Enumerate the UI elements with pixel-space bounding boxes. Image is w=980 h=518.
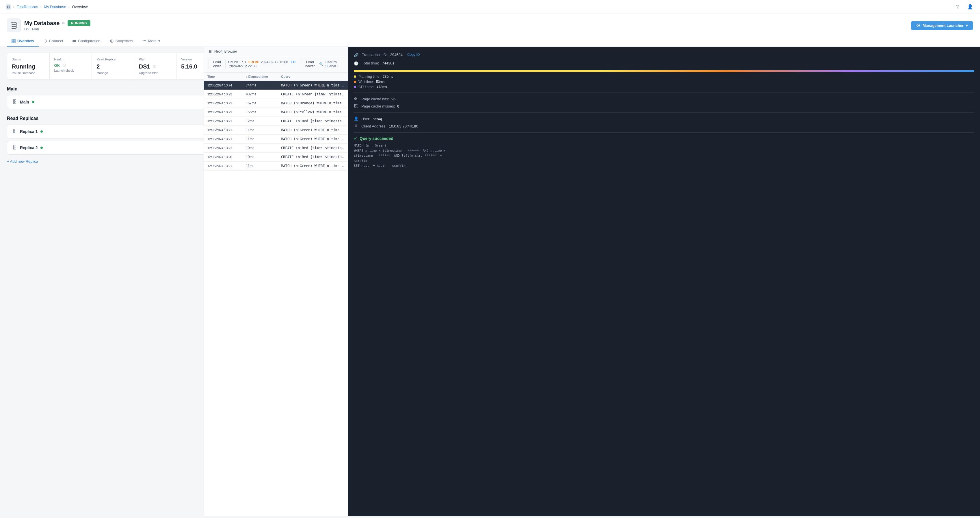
filter-query-btn[interactable]: 🔍 Filter by QueryID [319, 60, 343, 68]
health-info-icon[interactable]: ⓘ [63, 63, 66, 68]
replica1-name: Replica 1 [20, 129, 38, 134]
svg-point-7 [918, 25, 919, 26]
planning-time-item: Planning time: 230ms [354, 75, 974, 79]
breadcrumb-link2[interactable]: My Database [44, 5, 66, 9]
user-row: 👤 User: neo4j [354, 116, 974, 122]
db-icon [7, 19, 21, 32]
main-db-icon: 🗄 [13, 99, 17, 105]
edit-icon[interactable]: ✏ [62, 21, 65, 26]
home-icon[interactable] [6, 4, 11, 10]
chunk-from-date: 2024-02-12 16:00 [261, 60, 288, 64]
cell-query-6: MATCH (n:Green) WHERE n.time < $timestam… [278, 135, 348, 143]
col-query: Query [278, 73, 348, 81]
user-detail-icon: 👤 [354, 116, 359, 122]
cell-query-1: CREATE (n:Green {time: $timestamp, str: … [278, 90, 348, 99]
neo4j-browser-bar: 🖥 Neo4j Browser [204, 47, 348, 56]
manage-link[interactable]: Manage [97, 71, 129, 75]
svg-rect-2 [9, 6, 10, 6]
wait-dot [354, 81, 356, 83]
status-row: ✔ Query succeeded [354, 136, 974, 141]
svg-rect-12 [73, 40, 76, 41]
stat-status: Status Running Pause Database [7, 53, 49, 79]
query-table: Time ↓ Elapsed time Query 12/03/2024 13:… [204, 73, 348, 171]
replica2-icon: 🗄 [13, 145, 17, 150]
cache-hits-row: ⚙ Page cache hits: 96 [354, 96, 974, 102]
transaction-id-value: 294534 [390, 53, 402, 57]
col-elapsed: ↓ Elapsed time [242, 73, 278, 81]
query-overlay: 🖥 Neo4j Browser Load older Chunk 1 / 8 F… [204, 47, 980, 516]
cell-time-0: 12/03/2024 13:24 [204, 81, 242, 90]
stat-replica: Read Replica 2 Manage [92, 53, 134, 79]
time-breakdown: Planning time: 230ms Wait time: 50ms CPU… [354, 75, 974, 89]
replica1-status-dot [40, 131, 43, 133]
help-icon[interactable]: ? [953, 3, 961, 11]
client-icon: 🖥 [354, 124, 359, 129]
chunk-to-date: 2024-02-12 22:00 [229, 64, 256, 68]
breadcrumb: › TestReplicas › My Database › Overview [6, 4, 88, 10]
plan-value: DS1 [139, 63, 150, 70]
wait-time-item: Wait time: 50ms [354, 80, 974, 84]
health-value: OK [54, 63, 60, 68]
transaction-id-label: Transaction ID: [362, 53, 387, 57]
replica-value: 2 [97, 63, 129, 70]
cell-elapsed-3: 155ms [242, 108, 278, 117]
query-row-2[interactable]: 12/03/2024 13:22 167ms MATCH (n:Orange) … [204, 99, 348, 108]
load-older-button[interactable]: Load older [208, 59, 226, 69]
tab-connect[interactable]: Connect [39, 36, 68, 46]
cell-query-5: MATCH (n:Green) WHERE n.time < $timestam… [278, 126, 348, 135]
tab-snapshots[interactable]: Snapshots [105, 36, 138, 46]
query-row-6[interactable]: 12/03/2024 13:21 11ms MATCH (n:Green) WH… [204, 135, 348, 143]
query-row-7[interactable]: 12/03/2024 13:21 10ms CREATE (n:Red {tim… [204, 143, 348, 153]
management-launcher-button[interactable]: Management Launcher ▾ [911, 21, 973, 30]
launch-check-link[interactable]: Launch check [54, 69, 87, 72]
query-row-9[interactable]: 12/03/2024 13:21 11ms MATCH (n:Green) WH… [204, 162, 348, 171]
main-status-dot [32, 101, 34, 103]
cpu-time-item: CPU time: 478ms [354, 85, 974, 89]
pause-db-link[interactable]: Pause Database [12, 71, 45, 75]
plan-info-icon[interactable]: ⓘ [153, 64, 156, 69]
tab-overview[interactable]: Overview [7, 36, 39, 46]
svg-point-15 [111, 40, 112, 41]
stat-plan: Plan DS1 ⓘ Upgrade Plan [134, 53, 177, 79]
svg-rect-0 [6, 5, 10, 9]
transaction-id-row: 🔗 Transaction ID: 294534 Copy ID [354, 53, 974, 58]
planning-dot [354, 75, 356, 78]
breadcrumb-sep2: › [40, 5, 41, 9]
tab-configuration[interactable]: Configuration [68, 36, 105, 46]
chunk-from-label: FROM [248, 60, 258, 64]
svg-rect-4 [9, 7, 10, 8]
query-status: Query succeeded [360, 136, 393, 141]
query-row-4[interactable]: 12/03/2024 13:21 12ms CREATE (n:Red {tim… [204, 117, 348, 126]
cell-time-5: 12/03/2024 13:21 [204, 126, 242, 135]
query-row-5[interactable]: 12/03/2024 13:21 11ms MATCH (n:Green) WH… [204, 126, 348, 135]
cell-elapsed-9: 11ms [242, 162, 278, 171]
cell-time-1: 12/03/2024 13:23 [204, 90, 242, 99]
breadcrumb-current: Overview [72, 5, 88, 9]
query-row-8[interactable]: 12/03/2024 13:20 10ms CREATE (n:Red {tim… [204, 153, 348, 162]
total-time-row: 🕐 Total time: 7443us [354, 61, 974, 67]
query-row-0[interactable]: 12/03/2024 13:24 744ms MATCH (n:Green) W… [204, 81, 348, 90]
svg-rect-8 [12, 39, 13, 41]
db-title: My Database [24, 20, 59, 27]
cell-elapsed-2: 167ms [242, 99, 278, 108]
query-row-3[interactable]: 12/03/2024 13:22 155ms MATCH (n:Yellow) … [204, 108, 348, 117]
cell-query-2: MATCH (n:Orange) WHERE n.time < $timesta… [278, 99, 348, 108]
neo4j-browser-label: Neo4j Browser [214, 49, 237, 54]
chunk-info: Chunk 1 / 8 FROM 2024-02-12 16:00 TO 202… [228, 60, 298, 68]
copy-id-button[interactable]: Copy ID [407, 53, 420, 57]
upgrade-plan-link[interactable]: Upgrade Plan [139, 71, 172, 75]
client-address-row: 🖥 Client Address: 10.0.83.70:44186 [354, 123, 974, 129]
db-header: My Database ✏ RUNNING DS1 Plan Managemen… [0, 14, 980, 47]
query-row-1[interactable]: 12/03/2024 13:23 432ms CREATE (n:Green {… [204, 90, 348, 99]
load-newer-button[interactable]: Load newer [301, 59, 320, 69]
cell-query-0: MATCH (n:Green) WHERE n.time < $timestam… [278, 81, 348, 90]
main-instance-name: Main [20, 100, 29, 104]
detail-panel: 🔗 Transaction ID: 294534 Copy ID 🕐 Total… [348, 47, 980, 516]
running-badge: RUNNING [68, 20, 91, 26]
user-icon[interactable]: 👤 [966, 3, 974, 11]
cell-time-7: 12/03/2024 13:21 [204, 143, 242, 153]
query-list-header: Load older Chunk 1 / 8 FROM 2024-02-12 1… [204, 56, 348, 73]
top-nav: › TestReplicas › My Database › Overview … [0, 0, 980, 14]
tab-more[interactable]: ••• More ▾ [138, 36, 165, 46]
breadcrumb-link1[interactable]: TestReplicas [17, 5, 38, 9]
